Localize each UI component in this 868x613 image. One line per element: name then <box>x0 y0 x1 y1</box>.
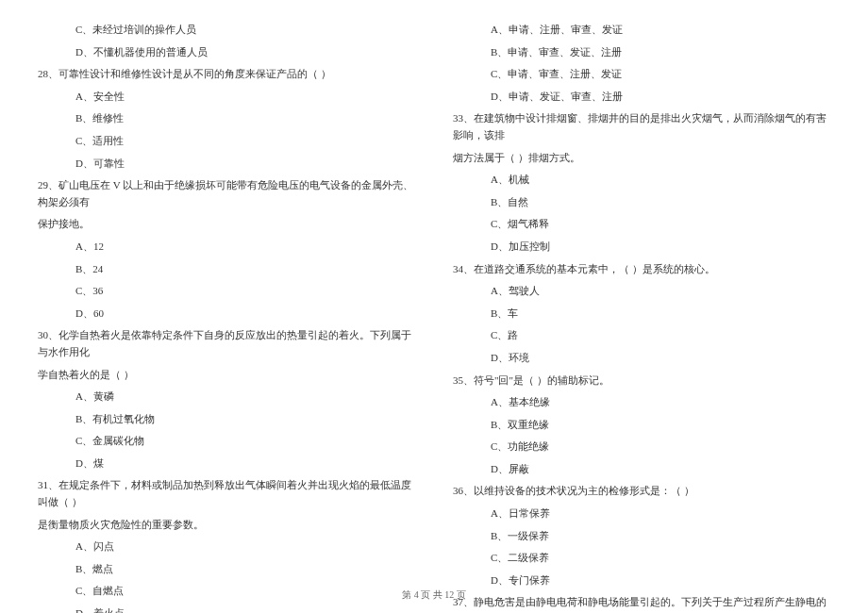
q34-text: 34、在道路交通系统的基本元素中，（ ）是系统的核心。 <box>453 258 830 281</box>
q36-option-a: A、日常保养 <box>453 503 830 525</box>
q28-option-c: C、适用性 <box>38 130 415 153</box>
q27-option-d: D、不懂机器使用的普通人员 <box>38 41 415 64</box>
q34-option-c: C、路 <box>453 324 830 347</box>
q27-option-c: C、未经过培训的操作人员 <box>38 19 415 41</box>
q30-option-c: C、金属碳化物 <box>38 430 415 453</box>
q34-option-a: A、驾驶人 <box>453 280 830 303</box>
q28-text: 28、可靠性设计和维修性设计是从不同的角度来保证产品的（ ） <box>38 63 415 86</box>
q29-option-a: A、12 <box>38 236 415 258</box>
q30-option-a: A、黄磷 <box>38 386 415 408</box>
q32-option-b: B、申请、审查、发证、注册 <box>453 41 830 64</box>
q30-text: 30、化学自热着火是依靠特定条件下自身的反应放出的热量引起的着火。下列属于与水作… <box>38 324 415 363</box>
q35-option-c: C、功能绝缘 <box>453 436 830 458</box>
right-column: A、申请、注册、审查、发证 B、申请、审查、发证、注册 C、申请、审查、注册、发… <box>453 19 830 613</box>
q32-option-d: D、申请、发证、审查、注册 <box>453 86 830 108</box>
q30-text-cont: 学自热着火的是（ ） <box>38 364 415 387</box>
q33-option-b: B、自然 <box>453 191 830 214</box>
q30-option-b: B、有机过氧化物 <box>38 408 415 431</box>
q31-option-d: D、着火点 <box>38 603 415 613</box>
q31-option-b: B、燃点 <box>38 558 415 581</box>
q35-text: 35、符号"回"是（ ）的辅助标记。 <box>453 370 830 392</box>
q28-option-d: D、可靠性 <box>38 153 415 175</box>
q35-option-b: B、双重绝缘 <box>453 414 830 437</box>
q33-option-d: D、加压控制 <box>453 236 830 258</box>
q33-text-cont: 烟方法属于（ ）排烟方式。 <box>453 147 830 170</box>
q31-text: 31、在规定条件下，材料或制品加热到释放出气体瞬间着火并出现火焰的最低温度叫做（… <box>38 474 415 513</box>
q29-option-c: C、36 <box>38 280 415 303</box>
q29-option-d: D、60 <box>38 303 415 325</box>
q33-option-a: A、机械 <box>453 169 830 191</box>
q29-text: 29、矿山电压在 V 以上和由于绝缘损坏可能带有危险电压的电气设备的金属外壳、构… <box>38 174 415 213</box>
q30-option-d: D、煤 <box>38 453 415 475</box>
page-footer: 第 4 页 共 12 页 <box>0 588 868 602</box>
q35-option-d: D、屏蔽 <box>453 458 830 481</box>
q33-option-c: C、烟气稀释 <box>453 213 830 236</box>
left-column: C、未经过培训的操作人员 D、不懂机器使用的普通人员 28、可靠性设计和维修性设… <box>38 19 415 613</box>
q32-option-c: C、申请、审查、注册、发证 <box>453 63 830 86</box>
q34-option-d: D、环境 <box>453 347 830 370</box>
q36-text: 36、以维持设备的技术状况为主的检修形式是：（ ） <box>453 480 830 503</box>
q36-option-c: C、二级保养 <box>453 547 830 570</box>
q29-option-b: B、24 <box>38 258 415 281</box>
q32-option-a: A、申请、注册、审查、发证 <box>453 19 830 41</box>
q35-option-a: A、基本绝缘 <box>453 391 830 414</box>
q36-option-b: B、一级保养 <box>453 525 830 548</box>
q31-text-cont: 是衡量物质火灾危险性的重要参数。 <box>38 514 415 537</box>
page-container: C、未经过培训的操作人员 D、不懂机器使用的普通人员 28、可靠性设计和维修性设… <box>0 0 868 613</box>
q31-option-a: A、闪点 <box>38 536 415 558</box>
q29-text-cont: 保护接地。 <box>38 213 415 236</box>
q28-option-a: A、安全性 <box>38 86 415 108</box>
q33-text: 33、在建筑物中设计排烟窗、排烟井的目的是排出火灾烟气，从而消除烟气的有害影响，… <box>453 108 830 146</box>
q34-option-b: B、车 <box>453 303 830 325</box>
q28-option-b: B、维修性 <box>38 108 415 130</box>
